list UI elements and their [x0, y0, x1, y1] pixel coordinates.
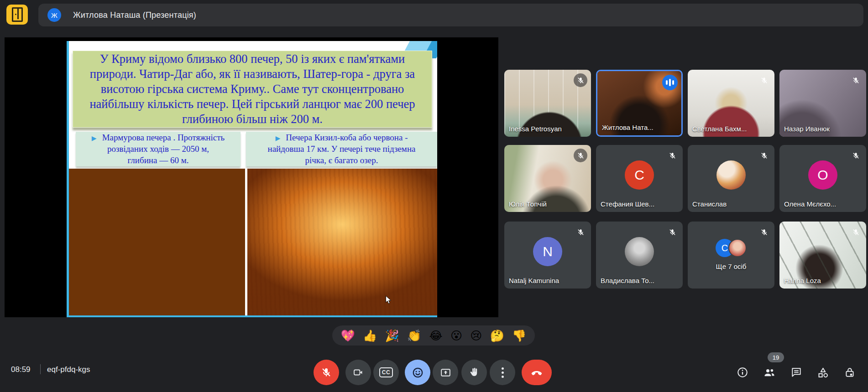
- photo-avatar: [728, 239, 747, 257]
- bullet-text-line: Мармурова печера . Протяжність: [102, 133, 225, 142]
- mic-off-icon: [665, 149, 679, 162]
- end-call-button[interactable]: [522, 360, 552, 385]
- more-options-button[interactable]: [490, 360, 515, 385]
- cave-photo-left: [69, 169, 245, 315]
- photo-avatar: [716, 160, 746, 190]
- divider: [40, 364, 41, 374]
- letter-avatar: О: [808, 160, 837, 190]
- meeting-code: eqf-pfdq-kgs: [47, 365, 90, 374]
- reaction-thinking[interactable]: 🤔: [490, 329, 504, 342]
- participant-name: Hanna Loza: [784, 277, 821, 284]
- present-screen-button[interactable]: [433, 360, 458, 385]
- captions-icon: CC: [379, 367, 393, 377]
- presenter-pill[interactable]: Ж Житлова Наташа (Презентація): [38, 4, 863, 26]
- participant-name: Светлана Бахм...: [692, 125, 747, 133]
- reactions-bar: 💖 👍 🎉 👏 😂 😮 😢 🤔 👎: [332, 325, 535, 346]
- camera-button[interactable]: [345, 360, 371, 385]
- google-meet-window: { "header": { "app_icon": "door-exit-ico…: [0, 0, 868, 392]
- present-screen-icon: [440, 367, 451, 378]
- camera-icon: [353, 367, 364, 378]
- participant-name: Житлова Ната...: [602, 124, 654, 131]
- bullet-text-line: річка, є багато озер.: [246, 155, 437, 166]
- participant-name: Назар Иванюк: [784, 125, 830, 133]
- participant-count-badge: 19: [768, 352, 784, 362]
- reaction-thumbs-up[interactable]: 👍: [363, 329, 377, 342]
- bullet-text-line: розвіданих ходів — 2050 м,: [76, 144, 241, 155]
- people-button[interactable]: [760, 363, 779, 382]
- mic-off-icon: [849, 149, 863, 162]
- participant-tile[interactable]: Назар Иванюк: [779, 70, 866, 137]
- letter-avatar: N: [533, 237, 562, 266]
- presentation-stage: У Криму відомо близько 800 печер, 50 із …: [5, 37, 498, 317]
- end-call-icon: [530, 366, 543, 379]
- host-controls-lock-icon: [844, 366, 856, 378]
- presenter-avatar: Ж: [47, 8, 61, 22]
- door-exit-icon: [12, 7, 23, 22]
- participant-name: Стефания Шев...: [601, 200, 654, 208]
- slide-intro-line: найбільшу кількість печер. Цей гірський …: [89, 97, 415, 112]
- mic-off-icon: [321, 367, 332, 378]
- captions-button[interactable]: CC: [373, 360, 399, 385]
- photo-avatar: [625, 237, 654, 266]
- participant-tile[interactable]: C Стефания Шев...: [596, 145, 683, 212]
- raise-hand-button[interactable]: [461, 360, 487, 385]
- meeting-details-button[interactable]: [733, 363, 752, 382]
- reaction-laugh[interactable]: 😂: [429, 329, 443, 342]
- chat-icon: [790, 366, 802, 378]
- participant-name: Олена Мєлєхо...: [784, 200, 836, 208]
- more-options-icon: [502, 367, 504, 378]
- participant-tile[interactable]: Светлана Бахм...: [688, 70, 774, 137]
- mic-off-icon: [757, 149, 771, 162]
- overflow-participants-tile[interactable]: C Ще 7 осіб: [688, 222, 774, 289]
- slide-intro-line: У Криму відомо близько 800 печер, 50 із …: [100, 52, 405, 67]
- mic-off-icon: [757, 73, 771, 87]
- host-controls-button[interactable]: [840, 363, 859, 382]
- reaction-surprised[interactable]: 😮: [450, 329, 462, 342]
- bullet-triangle-icon: ▶: [276, 134, 281, 142]
- slide-intro-line: висотою гірська система Криму.. Саме тут…: [101, 82, 404, 97]
- raise-hand-icon: [469, 367, 480, 378]
- participant-tile-speaking[interactable]: Житлова Ната...: [596, 70, 683, 137]
- reactions-button[interactable]: [405, 360, 430, 385]
- participant-tile[interactable]: N Natalj Kamunina: [504, 222, 591, 289]
- mic-off-icon: [574, 149, 587, 162]
- app-launcher-door-icon[interactable]: [6, 5, 28, 25]
- participant-name: Юлія Топчій: [509, 200, 547, 208]
- info-icon: [737, 366, 748, 378]
- reaction-party[interactable]: 🎉: [385, 329, 399, 342]
- reaction-thumbs-down[interactable]: 👎: [512, 329, 526, 342]
- audio-speaking-indicator: [662, 75, 678, 90]
- overflow-avatars: C: [716, 239, 747, 258]
- slide-bullet-box-left: ▶Мармурова печера . Протяжність розвідан…: [76, 132, 241, 166]
- participant-tile[interactable]: О Олена Мєлєхо...: [779, 145, 866, 212]
- activities-button[interactable]: [813, 363, 832, 382]
- mic-off-icon: [574, 225, 587, 239]
- mic-off-icon: [849, 225, 863, 239]
- smiley-icon: [412, 366, 424, 379]
- participant-tile[interactable]: Станислав: [688, 145, 774, 212]
- slide-intro-line: глибиною більш ніж 200 м.: [182, 112, 323, 127]
- reaction-heart[interactable]: 💖: [341, 329, 355, 342]
- presenter-title: Житлова Наташа (Презентація): [73, 10, 196, 20]
- participant-name: Станислав: [692, 200, 727, 208]
- participant-tile[interactable]: Юлія Топчій: [504, 145, 591, 212]
- participant-tile[interactable]: Владислава То...: [596, 222, 683, 289]
- bullet-text-line: Печера Кизил-коба або червона -: [286, 133, 408, 142]
- mic-off-icon: [849, 73, 863, 87]
- letter-avatar: C: [625, 160, 654, 190]
- clock: 08:59: [11, 365, 31, 374]
- chat-button[interactable]: [787, 363, 806, 382]
- reaction-clap[interactable]: 👏: [407, 329, 421, 342]
- bullet-triangle-icon: ▶: [92, 134, 97, 142]
- participant-name: Владислава То...: [601, 277, 654, 284]
- participant-tile[interactable]: Hanna Loza: [779, 222, 866, 289]
- participant-name: Inessa Petrosyan: [509, 125, 562, 133]
- reaction-cry[interactable]: 😢: [470, 329, 482, 342]
- mic-off-icon: [757, 225, 771, 239]
- slide-bullet-box-right: ▶Печера Кизил-коба або червона - найдовш…: [246, 132, 437, 166]
- mic-off-button[interactable]: [314, 360, 339, 385]
- bullet-text-line: найдовша 17 км. У печері тече підземна: [246, 144, 437, 155]
- participant-tile[interactable]: Inessa Petrosyan: [504, 70, 591, 137]
- shared-slide: У Криму відомо близько 800 печер, 50 із …: [67, 41, 437, 317]
- people-icon: [763, 366, 776, 379]
